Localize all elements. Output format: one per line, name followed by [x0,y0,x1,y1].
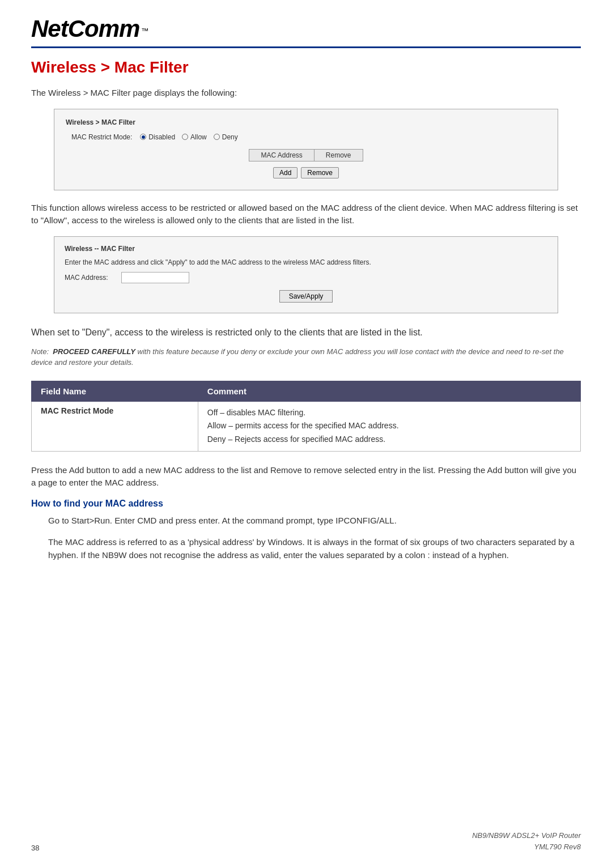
logo-text: NetComm [31,15,139,42]
note-bold: PROCEED CAREFULLY [53,347,135,356]
radio-circle-allow [182,134,188,140]
radio-allow[interactable]: Allow [182,133,207,141]
radio-deny[interactable]: Deny [214,133,238,141]
add-button[interactable]: Add [273,167,298,178]
form-instruction: Enter the MAC address and click "Apply" … [65,258,547,266]
intro-text: The Wireless > MAC Filter page displays … [31,87,581,100]
mac-address-table: MAC Address Remove [249,149,363,161]
radio-circle-deny [214,134,220,140]
how-to-para-2: The MAC address is referred to as a 'phy… [48,536,581,561]
mac-address-form-label: MAC Address: [65,274,116,282]
col-field-name: Field Name [32,381,198,401]
note-paragraph: Note: PROCEED CAREFULLY with this featur… [31,346,581,368]
mac-restrict-label: MAC Restrict Mode: [71,133,132,141]
save-apply-button[interactable]: Save/Apply [279,290,333,303]
how-to-para-1: Go to Start>Run. Enter CMD and press ent… [48,514,581,527]
radio-group: Disabled Allow Deny [140,133,237,141]
radio-label-deny: Deny [222,133,238,141]
mac-restrict-row: MAC Restrict Mode: Disabled Allow Deny [66,133,546,141]
comment-cell: Off – disables MAC filtering. Allow – pe… [198,401,580,451]
mac-address-form-row: MAC Address: [65,272,547,283]
description-text: This function allows wireless access to … [31,202,581,227]
radio-label-disabled: Disabled [148,133,175,141]
footer-product-info: NB9/NB9W ADSL2+ VoIP Router YML790 Rev8 [472,830,581,852]
mac-buttons: Add Remove [66,167,546,178]
info-table: Field Name Comment MAC Restrict Mode Off… [31,381,581,452]
remove-header: Remove [314,149,363,161]
mac-address-header: MAC Address [249,149,314,161]
mac-address-input[interactable] [121,272,189,283]
footer-page-number: 38 [31,844,39,852]
remove-button[interactable]: Remove [301,167,339,178]
deny-text: When set to "Deny", access to the wirele… [31,326,581,339]
screenshot-1: Wireless > MAC Filter MAC Restrict Mode:… [54,109,558,190]
logo: NetComm™ [31,17,148,41]
comment-line-3: Deny – Rejects access for specified MAC … [207,435,385,444]
logo-tm: ™ [141,27,148,35]
footer-model: YML790 Rev8 [472,841,581,853]
page-title: Wireless > Mac Filter [31,58,581,76]
screenshot-2-title: Wireless -- MAC Filter [65,245,547,253]
radio-circle-disabled [140,134,146,140]
field-name-cell: MAC Restrict Mode [32,401,198,451]
table-row: MAC Restrict Mode Off – disables MAC fil… [32,401,581,451]
footer-product: NB9/NB9W ADSL2+ VoIP Router [472,830,581,841]
note-label: Note: [31,347,49,356]
radio-disabled[interactable]: Disabled [140,133,175,141]
screenshot-1-title: Wireless > MAC Filter [66,118,546,126]
radio-label-allow: Allow [190,133,207,141]
screenshot-2: Wireless -- MAC Filter Enter the MAC add… [54,236,558,313]
page-header: NetComm™ [31,17,581,48]
how-to-heading: How to find your MAC address [31,499,581,509]
footer: 38 NB9/NB9W ADSL2+ VoIP Router YML790 Re… [31,830,581,852]
col-comment: Comment [198,381,580,401]
comment-line-2: Allow – permits access for the specified… [207,421,399,430]
comment-line-1: Off – disables MAC filtering. [207,408,305,417]
add-remove-text: Press the Add button to add a new MAC ad… [31,464,581,490]
